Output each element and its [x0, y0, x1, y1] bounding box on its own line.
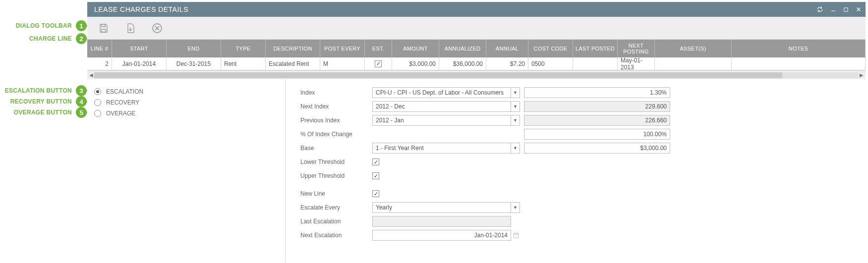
col-post[interactable]: POST EVERY [320, 40, 365, 57]
radio-label: OVERAGE [106, 110, 135, 117]
prev-index-select[interactable]: 2012 - Jan [372, 115, 511, 126]
radio-icon [94, 88, 101, 95]
chevron-down-icon[interactable]: ▼ [511, 115, 520, 126]
col-start[interactable]: START [112, 40, 167, 57]
last-escalation-field [372, 216, 511, 227]
close-icon[interactable] [856, 6, 862, 12]
col-type[interactable]: TYPE [221, 40, 266, 57]
label-newline: New Line [300, 190, 372, 197]
cell-cost: 0500 [528, 57, 573, 70]
col-notes[interactable]: NOTES [732, 40, 866, 57]
col-est[interactable]: EST. [365, 40, 392, 57]
index-value-input[interactable]: 1.30% [524, 87, 670, 98]
scroll-left-icon[interactable]: ◀ [88, 72, 94, 78]
base-select[interactable]: 1 - First Year Rent [372, 143, 511, 154]
scroll-right-icon[interactable]: ▶ [859, 72, 865, 78]
scroll-track[interactable] [94, 72, 859, 78]
lower-threshold-checkbox[interactable]: ✓ [372, 158, 379, 165]
cell-start: Jan-01-2014 [112, 57, 167, 70]
radio-escalation[interactable]: ESCALATION [94, 86, 285, 97]
calendar-icon[interactable] [511, 230, 521, 241]
base-value-input[interactable]: $3,000.00 [524, 143, 670, 154]
grid-header: LINE # START END TYPE DESCRIPTION POST E… [87, 40, 866, 57]
callout-label: OVERAGE BUTTON [14, 109, 72, 116]
svg-rect-4 [102, 24, 105, 27]
pct-change-input[interactable]: 100.00% [524, 129, 670, 140]
label-prev-index: Previous Index [300, 117, 372, 124]
table-row[interactable]: 2 Jan-01-2014 Dec-31-2015 Rent Escalated… [87, 57, 866, 70]
chevron-down-icon[interactable]: ▼ [511, 202, 520, 213]
lease-charges-dialog: LEASE CHARGES DETAILS [87, 2, 866, 262]
callout-label: ESCALATION BUTTON [5, 87, 72, 94]
cell-asset [655, 57, 732, 70]
next-escalation-field[interactable]: Jan-01-2014 [372, 230, 511, 241]
callout-number: 4 [76, 96, 87, 107]
detail-split: ESCALATION RECOVERY OVERAGE Index CPI-U … [87, 79, 866, 263]
col-amt[interactable]: AMOUNT [392, 40, 439, 57]
radio-icon [94, 110, 101, 117]
save-icon[interactable] [97, 22, 110, 35]
radio-recovery[interactable]: RECOVERY [94, 97, 285, 108]
cell-desc: Escalated Rent [266, 57, 320, 70]
cell-amt: $3,000.00 [392, 57, 439, 70]
export-icon[interactable] [124, 22, 137, 35]
label-upper: Upper Threshold [300, 172, 372, 179]
col-lpost[interactable]: LAST POSTED [573, 40, 618, 57]
callout-number: 2 [76, 33, 87, 44]
callout-number: 1 [76, 20, 87, 31]
refresh-icon[interactable] [816, 6, 823, 13]
callout-label: RECOVERY BUTTON [10, 98, 72, 105]
radio-label: RECOVERY [106, 99, 139, 106]
callout-number: 5 [76, 107, 87, 118]
next-index-select[interactable]: 2012 - Dec [372, 101, 511, 112]
cell-post: M [320, 57, 365, 70]
maximize-icon[interactable] [843, 7, 849, 12]
svg-rect-5 [102, 29, 106, 32]
label-base: Base [300, 145, 372, 152]
radio-label: ESCALATION [106, 88, 143, 95]
cell-annz: $36,000.00 [439, 57, 486, 70]
col-ann[interactable]: ANNUAL [486, 40, 528, 57]
cell-notes [732, 57, 866, 70]
radio-overage[interactable]: OVERAGE [94, 108, 285, 119]
callout-number: 3 [76, 85, 87, 96]
option-panel: ESCALATION RECOVERY OVERAGE [87, 79, 286, 263]
dialog-toolbar [87, 17, 866, 40]
radio-icon [94, 99, 101, 106]
titlebar: LEASE CHARGES DETAILS [87, 2, 866, 17]
col-asset[interactable]: ASSET(S) [655, 40, 732, 57]
grid-scrollbar[interactable]: ◀ ▶ [87, 70, 866, 79]
callout-label: DIALOG TOOLBAR [16, 22, 72, 29]
cell-type: Rent [221, 57, 266, 70]
cell-line: 2 [87, 57, 112, 70]
next-index-value: 229.600 [524, 101, 670, 112]
new-line-checkbox[interactable]: ✓ [372, 190, 379, 197]
col-cost[interactable]: COST CODE [528, 40, 573, 57]
chevron-down-icon[interactable]: ▼ [511, 143, 520, 154]
cell-next: May-01-2013 [618, 57, 655, 70]
cell-ann: $7.20 [486, 57, 528, 70]
chevron-down-icon[interactable]: ▼ [511, 101, 520, 112]
upper-threshold-checkbox[interactable]: ✓ [372, 172, 379, 179]
col-end[interactable]: END [167, 40, 221, 57]
callout-label: CHARGE LINE [29, 35, 72, 42]
index-select[interactable]: CPI-U - CPI - US Dept. of Labor - All Co… [372, 87, 511, 98]
label-next-esc: Next Escalation [300, 232, 372, 239]
dialog-title: LEASE CHARGES DETAILS [94, 5, 188, 13]
est-checkbox[interactable]: ✓ [375, 60, 382, 67]
col-annz[interactable]: ANNUALIZED [439, 40, 486, 57]
svg-rect-9 [514, 233, 518, 238]
label-lower: Lower Threshold [300, 158, 372, 165]
scroll-thumb[interactable] [94, 72, 782, 78]
cancel-icon[interactable] [151, 22, 164, 35]
prev-index-value: 226.660 [524, 115, 670, 126]
cell-lpost [573, 57, 618, 70]
label-next-index: Next Index [300, 103, 372, 110]
chevron-down-icon[interactable]: ▼ [511, 87, 520, 98]
col-desc[interactable]: DESCRIPTION [266, 40, 320, 57]
minimize-icon[interactable] [830, 6, 836, 12]
cell-end: Dec-31-2015 [167, 57, 221, 70]
col-line[interactable]: LINE # [87, 40, 112, 57]
escalate-every-select[interactable]: Yearly [372, 202, 511, 213]
col-next[interactable]: NEXT POSTING [618, 40, 655, 57]
